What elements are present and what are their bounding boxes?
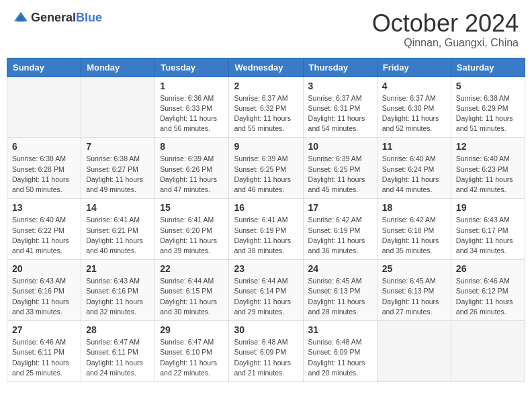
day-number: 22 — [160, 263, 224, 274]
day-number: 15 — [160, 202, 224, 213]
calendar-cell: 27 Sunrise: 6:46 AMSunset: 6:11 PMDaylig… — [7, 321, 81, 382]
day-info: Sunrise: 6:46 AMSunset: 6:11 PMDaylight:… — [12, 337, 76, 378]
day-info: Sunrise: 6:41 AMSunset: 6:21 PMDaylight:… — [86, 215, 150, 256]
day-number: 21 — [86, 263, 150, 274]
day-info: Sunrise: 6:37 AMSunset: 6:32 PMDaylight:… — [234, 93, 298, 134]
day-info: Sunrise: 6:46 AMSunset: 6:12 PMDaylight:… — [456, 276, 520, 317]
day-number: 24 — [308, 263, 372, 274]
calendar-cell: 20 Sunrise: 6:43 AMSunset: 6:16 PMDaylig… — [7, 260, 81, 321]
calendar-week-row: 27 Sunrise: 6:46 AMSunset: 6:11 PMDaylig… — [7, 321, 525, 382]
day-number: 4 — [382, 81, 446, 91]
day-info: Sunrise: 6:36 AMSunset: 6:33 PMDaylight:… — [160, 93, 224, 134]
day-info: Sunrise: 6:43 AMSunset: 6:16 PMDaylight:… — [86, 276, 150, 317]
day-number: 30 — [234, 324, 298, 335]
day-number: 13 — [12, 202, 76, 213]
day-info: Sunrise: 6:45 AMSunset: 6:13 PMDaylight:… — [382, 276, 446, 317]
day-number: 2 — [234, 81, 298, 91]
calendar-header-monday: Monday — [81, 58, 155, 77]
calendar-week-row: 1 Sunrise: 6:36 AMSunset: 6:33 PMDayligh… — [7, 77, 525, 138]
calendar-cell: 31 Sunrise: 6:48 AMSunset: 6:09 PMDaylig… — [303, 321, 377, 382]
calendar-cell: 14 Sunrise: 6:41 AMSunset: 6:21 PMDaylig… — [81, 199, 155, 260]
day-info: Sunrise: 6:47 AMSunset: 6:10 PMDaylight:… — [160, 337, 224, 378]
title-block: October 2024 Qinnan, Guangxi, China — [372, 10, 519, 49]
day-info: Sunrise: 6:40 AMSunset: 6:24 PMDaylight:… — [382, 154, 446, 195]
calendar-cell: 18 Sunrise: 6:42 AMSunset: 6:18 PMDaylig… — [377, 199, 451, 260]
calendar-cell: 13 Sunrise: 6:40 AMSunset: 6:22 PMDaylig… — [7, 199, 81, 260]
day-number: 14 — [86, 202, 150, 213]
day-number: 16 — [234, 202, 298, 213]
day-info: Sunrise: 6:47 AMSunset: 6:11 PMDaylight:… — [86, 337, 150, 378]
calendar-week-row: 20 Sunrise: 6:43 AMSunset: 6:16 PMDaylig… — [7, 260, 525, 321]
calendar-cell: 16 Sunrise: 6:41 AMSunset: 6:19 PMDaylig… — [229, 199, 303, 260]
calendar-cell: 19 Sunrise: 6:43 AMSunset: 6:17 PMDaylig… — [451, 199, 525, 260]
calendar-cell: 11 Sunrise: 6:40 AMSunset: 6:24 PMDaylig… — [377, 138, 451, 199]
day-number: 9 — [234, 141, 298, 152]
calendar-cell: 17 Sunrise: 6:42 AMSunset: 6:19 PMDaylig… — [303, 199, 377, 260]
calendar-header-row: SundayMondayTuesdayWednesdayThursdayFrid… — [7, 58, 525, 77]
day-info: Sunrise: 6:40 AMSunset: 6:23 PMDaylight:… — [456, 154, 520, 195]
day-number: 31 — [308, 324, 372, 335]
calendar-header-sunday: Sunday — [7, 58, 81, 77]
day-number: 25 — [382, 263, 446, 274]
calendar-cell: 4 Sunrise: 6:37 AMSunset: 6:30 PMDayligh… — [377, 77, 451, 138]
day-number: 8 — [160, 141, 224, 152]
day-number: 29 — [160, 324, 224, 335]
calendar-cell: 2 Sunrise: 6:37 AMSunset: 6:32 PMDayligh… — [229, 77, 303, 138]
day-info: Sunrise: 6:45 AMSunset: 6:13 PMDaylight:… — [308, 276, 372, 317]
day-info: Sunrise: 6:39 AMSunset: 6:25 PMDaylight:… — [234, 154, 298, 195]
day-number: 10 — [308, 141, 372, 152]
calendar-cell — [81, 77, 155, 138]
day-number: 11 — [382, 141, 446, 152]
day-info: Sunrise: 6:42 AMSunset: 6:19 PMDaylight:… — [308, 215, 372, 256]
day-info: Sunrise: 6:42 AMSunset: 6:18 PMDaylight:… — [382, 215, 446, 256]
day-info: Sunrise: 6:38 AMSunset: 6:29 PMDaylight:… — [456, 93, 520, 134]
calendar-header-tuesday: Tuesday — [155, 58, 229, 77]
calendar-cell: 25 Sunrise: 6:45 AMSunset: 6:13 PMDaylig… — [377, 260, 451, 321]
calendar-cell: 22 Sunrise: 6:44 AMSunset: 6:15 PMDaylig… — [155, 260, 229, 321]
day-info: Sunrise: 6:48 AMSunset: 6:09 PMDaylight:… — [234, 337, 298, 378]
day-info: Sunrise: 6:48 AMSunset: 6:09 PMDaylight:… — [308, 337, 372, 378]
day-info: Sunrise: 6:41 AMSunset: 6:20 PMDaylight:… — [160, 215, 224, 256]
day-info: Sunrise: 6:37 AMSunset: 6:30 PMDaylight:… — [382, 93, 446, 134]
day-info: Sunrise: 6:38 AMSunset: 6:27 PMDaylight:… — [86, 154, 150, 195]
day-number: 1 — [160, 81, 224, 91]
calendar-cell: 6 Sunrise: 6:38 AMSunset: 6:28 PMDayligh… — [7, 138, 81, 199]
calendar-header-friday: Friday — [377, 58, 451, 77]
calendar-cell: 30 Sunrise: 6:48 AMSunset: 6:09 PMDaylig… — [229, 321, 303, 382]
day-number: 6 — [12, 141, 76, 152]
day-info: Sunrise: 6:41 AMSunset: 6:19 PMDaylight:… — [234, 215, 298, 256]
day-info: Sunrise: 6:44 AMSunset: 6:15 PMDaylight:… — [160, 276, 224, 317]
calendar-cell: 9 Sunrise: 6:39 AMSunset: 6:25 PMDayligh… — [229, 138, 303, 199]
day-number: 27 — [12, 324, 76, 335]
day-number: 17 — [308, 202, 372, 213]
day-number: 19 — [456, 202, 520, 213]
day-number: 26 — [456, 263, 520, 274]
calendar-cell: 15 Sunrise: 6:41 AMSunset: 6:20 PMDaylig… — [155, 199, 229, 260]
calendar-cell: 24 Sunrise: 6:45 AMSunset: 6:13 PMDaylig… — [303, 260, 377, 321]
day-number: 28 — [86, 324, 150, 335]
day-number: 18 — [382, 202, 446, 213]
day-number: 20 — [12, 263, 76, 274]
location-title: Qinnan, Guangxi, China — [372, 37, 519, 49]
calendar-cell — [451, 321, 525, 382]
day-number: 5 — [456, 81, 520, 91]
calendar-week-row: 13 Sunrise: 6:40 AMSunset: 6:22 PMDaylig… — [7, 199, 525, 260]
calendar-cell: 28 Sunrise: 6:47 AMSunset: 6:11 PMDaylig… — [81, 321, 155, 382]
calendar-cell: 3 Sunrise: 6:37 AMSunset: 6:31 PMDayligh… — [303, 77, 377, 138]
calendar-cell: 7 Sunrise: 6:38 AMSunset: 6:27 PMDayligh… — [81, 138, 155, 199]
day-number: 12 — [456, 141, 520, 152]
month-title: October 2024 — [372, 10, 519, 37]
day-info: Sunrise: 6:38 AMSunset: 6:28 PMDaylight:… — [12, 154, 76, 195]
calendar-cell: 26 Sunrise: 6:46 AMSunset: 6:12 PMDaylig… — [451, 260, 525, 321]
calendar-cell: 1 Sunrise: 6:36 AMSunset: 6:33 PMDayligh… — [155, 77, 229, 138]
logo: GeneralBlue — [13, 10, 102, 25]
calendar-cell — [377, 321, 451, 382]
day-info: Sunrise: 6:39 AMSunset: 6:25 PMDaylight:… — [308, 154, 372, 195]
calendar-header-saturday: Saturday — [451, 58, 525, 77]
calendar-table: SundayMondayTuesdayWednesdayThursdayFrid… — [7, 58, 525, 382]
day-number: 3 — [308, 81, 372, 91]
calendar-cell: 10 Sunrise: 6:39 AMSunset: 6:25 PMDaylig… — [303, 138, 377, 199]
calendar-cell: 21 Sunrise: 6:43 AMSunset: 6:16 PMDaylig… — [81, 260, 155, 321]
calendar-cell: 23 Sunrise: 6:44 AMSunset: 6:14 PMDaylig… — [229, 260, 303, 321]
calendar-cell: 5 Sunrise: 6:38 AMSunset: 6:29 PMDayligh… — [451, 77, 525, 138]
